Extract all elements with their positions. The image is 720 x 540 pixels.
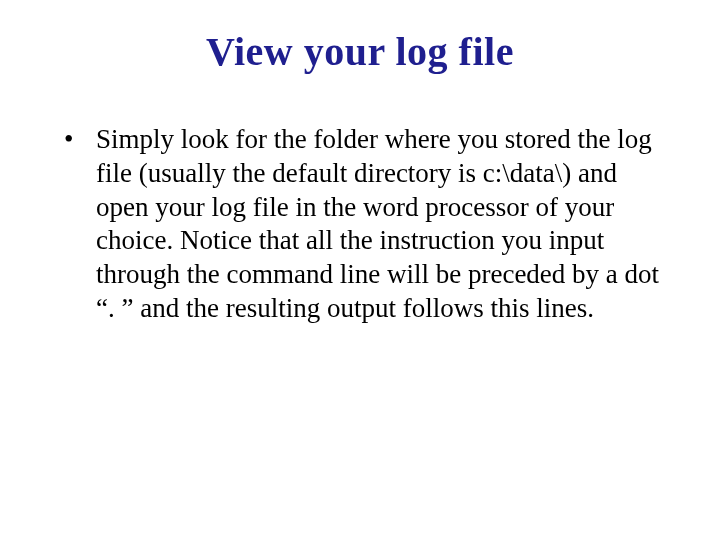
- slide-title: View your log file: [40, 28, 680, 75]
- slide: View your log file Simply look for the f…: [0, 0, 720, 540]
- list-item: Simply look for the folder where you sto…: [64, 123, 670, 326]
- bullet-list: Simply look for the folder where you sto…: [40, 123, 680, 326]
